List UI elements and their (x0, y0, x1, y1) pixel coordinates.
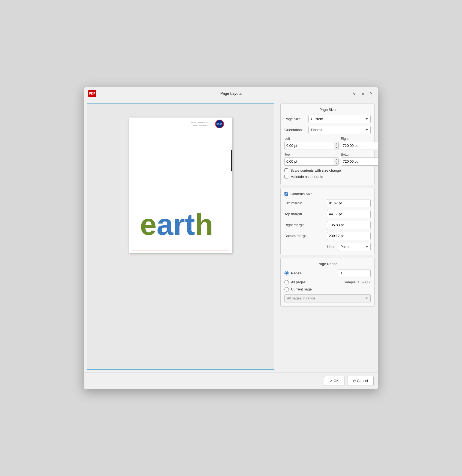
bottom-margin-spinbox: ▲ ▼ (327, 232, 371, 240)
bottom-label: Bottom (341, 153, 378, 156)
cancel-button[interactable]: ⊘ Cancel (347, 376, 374, 386)
orientation-label: Orientation (284, 128, 306, 132)
current-page-radio[interactable] (284, 287, 289, 292)
left-right-row: Left ▲ ▼ Right (284, 137, 371, 150)
top-margin-spinbox: ▲ ▼ (327, 210, 371, 218)
top-label: Top (284, 153, 339, 156)
close-button[interactable]: × (369, 90, 374, 97)
page-size-title: Page Size (284, 108, 371, 112)
pages-radio[interactable] (284, 271, 289, 275)
left-margin-spinbox: ▲ ▼ (327, 199, 371, 207)
aspect-ratio-row: Maintain aspect ratio (284, 175, 371, 179)
right-input[interactable] (341, 142, 378, 150)
bottom-margin-row: Bottom margin ▲ ▼ (284, 232, 371, 240)
left-field-group: Left ▲ ▼ (284, 137, 339, 150)
scale-label[interactable]: Scale contents with size change (290, 168, 341, 172)
scale-checkbox[interactable] (284, 168, 288, 172)
bottom-margin-label: Bottom margin (284, 234, 312, 238)
left-margin-label: Left margin (284, 201, 312, 205)
dialog-footer: ✓ OK ⊘ Cancel (84, 372, 378, 389)
contents-size-title[interactable]: Contents Size (290, 192, 313, 196)
aspect-label[interactable]: Maintain aspect ratio (290, 175, 323, 179)
scale-contents-row: Scale contents with size change (284, 168, 371, 172)
top-spinbox: ▲ ▼ (284, 157, 339, 166)
content-border (132, 123, 229, 250)
page-size-row: Page Size Custom Letter A4 (284, 115, 371, 123)
ok-button[interactable]: ✓ OK (324, 376, 344, 386)
bottom-field-group: Bottom ▲ ▼ (341, 153, 378, 166)
aspect-checkbox[interactable] (284, 175, 288, 178)
orientation-row: Orientation Portrait Landscape (284, 126, 371, 134)
range-select-row: All pages in range (284, 294, 371, 302)
left-spinbox: ▲ ▼ (284, 142, 339, 150)
orientation-select[interactable]: Portrait Landscape (308, 126, 371, 134)
pages-input[interactable] (338, 269, 371, 277)
page-layout-dialog: PDF Page Layout ∨ ∧ × Nations Aeronautic… (84, 87, 378, 389)
top-down-arrow[interactable]: ▼ (334, 162, 338, 165)
page-preview: Nations Aeronautics and Space Administra… (129, 117, 232, 253)
bottom-margin-input[interactable] (327, 232, 371, 240)
sample-text: Sample: 1,6-8,12 (344, 280, 371, 284)
pages-radio-label[interactable]: Pages (291, 271, 301, 275)
title-bar-left: PDF (88, 90, 96, 97)
bottom-input[interactable] (341, 158, 378, 165)
dialog-body: Nations Aeronautics and Space Administra… (84, 100, 378, 372)
left-arrows: ▲ ▼ (334, 142, 338, 150)
window-controls: ∨ ∧ × (352, 90, 374, 97)
earth-art-label: EARTH AS ART (231, 150, 232, 172)
all-pages-radio-row: All pages Sample: 1,6-8,12 (284, 280, 371, 284)
top-arrows: ▲ ▼ (334, 158, 338, 165)
top-bottom-row: Top ▲ ▼ Bottom (284, 153, 371, 166)
page-range-title: Page Range (284, 262, 371, 266)
right-margin-spinbox: ▲ ▼ (327, 221, 371, 229)
top-up-arrow[interactable]: ▲ (334, 158, 338, 162)
left-label: Left (284, 137, 339, 141)
left-margin-input[interactable] (327, 199, 371, 207)
all-pages-label[interactable]: All pages (291, 280, 305, 284)
app-icon: PDF (88, 90, 96, 97)
page-size-section: Page Size Page Size Custom Letter A4 Ori… (280, 104, 375, 185)
preview-panel: Nations Aeronautics and Space Administra… (87, 103, 274, 370)
dialog-title: Page Layout (220, 91, 242, 96)
left-margin-row: Left margin ▲ ▼ (284, 199, 371, 207)
right-label: Right (341, 137, 378, 141)
top-margin-input[interactable] (327, 210, 371, 218)
left-down-arrow[interactable]: ▼ (334, 146, 338, 150)
right-margin-row: Right margin ▲ ▼ (284, 221, 371, 229)
left-up-arrow[interactable]: ▲ (334, 142, 338, 146)
left-input[interactable] (285, 142, 334, 150)
contents-size-checkbox[interactable] (284, 192, 288, 196)
minimize-button[interactable]: ∨ (352, 90, 357, 97)
all-pages-radio[interactable] (284, 280, 289, 284)
current-page-radio-row: Current page (284, 287, 371, 292)
current-page-label[interactable]: Current page (291, 287, 312, 291)
range-select[interactable]: All pages in range (284, 294, 371, 302)
right-spinbox: ▲ ▼ (341, 142, 378, 150)
pages-radio-row: Pages (284, 269, 371, 277)
page-size-select[interactable]: Custom Letter A4 (308, 115, 371, 123)
page-size-label: Page Size (284, 117, 306, 121)
right-field-group: Right ▲ ▼ (341, 137, 378, 150)
page-range-section: Page Range Pages All pages Sample: 1,6-8… (280, 258, 375, 307)
right-margin-label: Right margin (284, 223, 312, 227)
right-margin-input[interactable] (327, 221, 371, 229)
settings-panel: Page Size Page Size Custom Letter A4 Ori… (277, 100, 378, 372)
title-bar: PDF Page Layout ∨ ∧ × (84, 87, 378, 100)
units-row: Units Points Inches Centimeters (284, 243, 371, 251)
top-field-group: Top ▲ ▼ (284, 153, 339, 166)
units-select[interactable]: Points Inches Centimeters (338, 243, 371, 251)
units-label: Units (327, 245, 335, 249)
contents-size-section: Contents Size Left margin ▲ ▼ Top margin (280, 188, 375, 255)
top-margin-label: Top margin (284, 212, 312, 216)
bottom-spinbox: ▲ ▼ (341, 157, 378, 166)
top-margin-row: Top margin ▲ ▼ (284, 210, 371, 218)
top-input[interactable] (285, 158, 334, 165)
contents-size-header: Contents Size (284, 192, 371, 196)
maximize-button[interactable]: ∧ (360, 90, 366, 97)
